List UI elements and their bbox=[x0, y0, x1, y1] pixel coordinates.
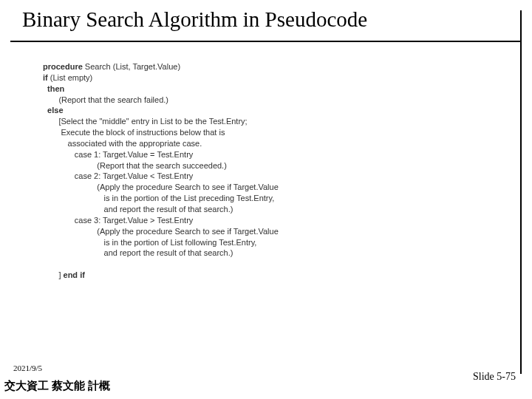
kw-if: if bbox=[43, 73, 48, 82]
pseudocode-line: Execute the block of instructions below … bbox=[43, 128, 225, 137]
divider-horizontal bbox=[10, 41, 522, 42]
kw-then: then bbox=[43, 84, 64, 93]
kw-endif: end if bbox=[64, 270, 85, 279]
pseudocode-line: (Report that the search succeeded.) bbox=[43, 161, 227, 170]
kw-procedure: procedure bbox=[43, 62, 83, 71]
pseudocode-line: is in the portion of the List preceding … bbox=[43, 194, 274, 202]
pseudocode-line: (Apply the procedure Search to see if Ta… bbox=[43, 183, 279, 191]
pseudocode-line: associated with the appropriate case. bbox=[43, 139, 202, 148]
footer-author: 交大資工 蔡文能 計概 bbox=[4, 379, 110, 393]
pseudocode-line: (Report that the search failed.) bbox=[43, 95, 168, 104]
pseudocode-line: case 2: Target.Value < Test.Entry bbox=[43, 171, 193, 180]
footer-date: 2021/9/5 bbox=[13, 364, 42, 372]
pseudocode-line: and report the result of that search.) bbox=[43, 248, 233, 257]
pseudocode-line: [Select the "middle" entry in List to be… bbox=[43, 117, 248, 126]
divider-vertical bbox=[520, 10, 522, 374]
pseudocode-line: (List empty) bbox=[48, 73, 93, 82]
pseudocode-line: and report the result of that search.) bbox=[43, 205, 233, 214]
slide-title: Binary Search Algorithm in Pseudocode bbox=[0, 0, 532, 32]
pseudocode-line: Search (List, Target.Value) bbox=[83, 62, 180, 71]
pseudocode-line: (Apply the procedure Search to see if Ta… bbox=[43, 227, 279, 236]
pseudocode-line: case 3: Target.Value > Test.Entry bbox=[43, 216, 193, 225]
pseudocode-block: procedure Search (List, Target.Value) if… bbox=[43, 61, 532, 281]
pseudocode-line: is in the portion of List following Test… bbox=[43, 238, 256, 247]
footer-slide-number: Slide 5-75 bbox=[473, 371, 516, 383]
kw-else: else bbox=[43, 106, 64, 115]
pseudocode-line: ] bbox=[43, 270, 64, 279]
pseudocode-line: case 1: Target.Value = Test.Entry bbox=[43, 150, 193, 159]
